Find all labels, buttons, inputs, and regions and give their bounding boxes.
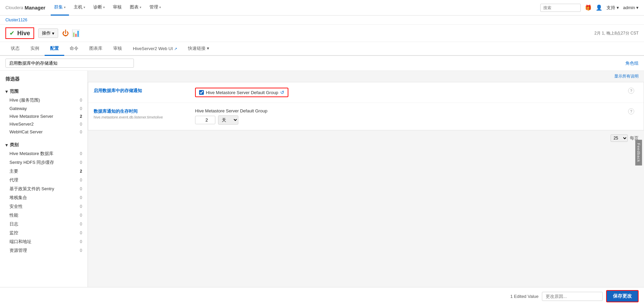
tab-config[interactable]: 配置 <box>45 42 64 56</box>
sidebar-item-monitor[interactable]: 监控 0 <box>0 228 88 237</box>
power-icon[interactable]: ⏻ <box>62 29 69 37</box>
config-label-ttl[interactable]: 数据库通知的生存时间 <box>94 108 188 114</box>
config-label-col-1: 启用数据库中的存储通知 <box>94 88 188 94</box>
config-label-enable[interactable]: 启用数据库中的存储通知 <box>94 88 188 94</box>
sidebar-item-sentry-policy-count: 0 <box>80 187 82 191</box>
nav-manage[interactable]: 管理 ▾ <box>146 0 164 16</box>
quick-links-arrow: ▾ <box>207 46 209 51</box>
checkbox-group-label: Hive Metastore Server Default Group <box>206 90 278 95</box>
ttl-number-row: 天 小时 分钟 秒 毫秒 <box>195 115 621 125</box>
sidebar-item-log-count: 0 <box>80 222 82 226</box>
sidebar-item-hiveserver2[interactable]: HiveServer2 0 <box>0 120 88 128</box>
sidebar-item-hiveserver2-count: 0 <box>80 122 82 127</box>
nav-clusters-arrow: ▾ <box>64 5 66 9</box>
sidebar-item-webhcat[interactable]: WebHCat Server 0 <box>0 128 88 136</box>
tab-status[interactable]: 状态 <box>5 42 25 56</box>
ttl-group-label: Hive Metastore Server Default Group <box>195 108 621 113</box>
nav-diagnostic-label: 诊断 <box>93 4 102 10</box>
sidebar-item-resource[interactable]: 资源管理 0 <box>0 246 88 255</box>
sidebar-item-sentry-policy[interactable]: 基于政策文件的 Sentry 0 <box>0 184 88 193</box>
user-icon[interactable]: 👤 <box>596 4 602 11</box>
action-button-label: 操作 <box>42 30 51 36</box>
gift-icon[interactable]: 🎁 <box>585 4 592 11</box>
action-button[interactable]: 操作 ▾ <box>38 28 58 38</box>
sidebar-section-scope-label: 范围 <box>10 88 19 94</box>
breadcrumb-cluster-link[interactable]: Cluster1126 <box>5 18 27 22</box>
action-button-arrow: ▾ <box>52 31 54 36</box>
sidebar-item-stack-label: 堆栈集合 <box>9 195 27 201</box>
nav-audit[interactable]: 审核 <box>110 0 125 16</box>
sidebar-item-main[interactable]: 主要 2 <box>0 167 88 176</box>
sidebar-section-scope[interactable]: ▾ 范围 <box>0 86 88 96</box>
sidebar-item-performance-count: 0 <box>80 213 82 218</box>
config-help-col-2: ? <box>628 108 638 114</box>
sidebar-item-hive-meta-db[interactable]: Hive Metastore 数据库 0 <box>0 149 88 158</box>
help-icon-2[interactable]: ? <box>628 108 634 114</box>
config-input-col-2: Hive Metastore Server Default Group 天 小时… <box>195 108 621 125</box>
logo: Cloudera Manager <box>5 5 45 10</box>
nav-diagnostic[interactable]: 诊断 ▾ <box>90 0 108 16</box>
tab-chart-library[interactable]: 图表库 <box>84 42 108 56</box>
feedback-tab[interactable]: Feedback <box>635 139 642 165</box>
service-tabs: 状态 实例 配置 命令 图表库 审核 HiveServer2 Web UI ↗ … <box>0 42 644 56</box>
sidebar-item-proxy-count: 0 <box>80 178 82 182</box>
nav-clusters[interactable]: 群集 ▾ <box>51 0 69 16</box>
service-timestamp: 2月 1, 晚上8点27分 CST <box>594 30 639 36</box>
tab-quick-links[interactable]: 快速链接 ▾ <box>183 42 215 56</box>
sidebar-item-log[interactable]: 日志 0 <box>0 220 88 228</box>
sidebar-item-gateway-label: Gateway <box>9 106 27 111</box>
help-icon-1[interactable]: ? <box>628 88 634 94</box>
reason-input[interactable] <box>542 292 603 301</box>
sidebar-item-monitor-count: 0 <box>80 231 82 235</box>
save-button[interactable]: 保存更改 <box>606 290 639 302</box>
sidebar-title: 筛选器 <box>0 76 88 86</box>
sidebar-section-category-arrow: ▾ <box>5 143 8 148</box>
config-label-col-2: 数据库通知的生存时间 hive.metastore.event.db.liste… <box>94 108 188 119</box>
config-help-col-1: ? <box>628 88 638 94</box>
enable-notification-checkbox[interactable] <box>199 90 204 95</box>
dashboard-icon[interactable]: 📊 <box>72 29 80 37</box>
sidebar-item-hive-metastore-server[interactable]: Hive Metastore Server 2 <box>0 112 88 120</box>
sidebar-item-ports-label: 端口和地址 <box>9 239 31 245</box>
sidebar-item-webhcat-label: WebHCat Server <box>9 129 43 134</box>
checkbox-wrapper: Hive Metastore Server Default Group ↺ <box>195 88 288 97</box>
sidebar-item-sentry-hdfs-count: 0 <box>80 160 82 165</box>
sidebar-item-gateway[interactable]: Gateway 0 <box>0 105 88 112</box>
nav-audit-label: 审核 <box>113 4 122 10</box>
per-page-select[interactable]: 10 25 50 100 <box>611 134 628 142</box>
sidebar-item-hive-meta-db-count: 0 <box>80 151 82 156</box>
top-navigation: Cloudera Manager 群集 ▾ 主机 ▾ 诊断 ▾ 审核 图表 ▾ … <box>0 0 644 16</box>
sidebar-section-category[interactable]: ▾ 类别 <box>0 139 88 149</box>
logo-manager: Manager <box>25 5 46 10</box>
sidebar-item-hiveserver2-label: HiveServer2 <box>9 122 34 127</box>
search-input[interactable] <box>540 4 581 12</box>
tab-commands[interactable]: 命令 <box>64 42 84 56</box>
nav-charts[interactable]: 图表 ▾ <box>126 0 145 16</box>
show-all-link[interactable]: 显示所有说明 <box>614 73 639 79</box>
role-group-link[interactable]: 角色组 <box>625 60 639 66</box>
sidebar-item-ports[interactable]: 端口和地址 0 <box>0 237 88 246</box>
edited-value-label: 1 Edited Value <box>510 294 539 299</box>
ttl-number-input[interactable] <box>195 116 215 124</box>
sidebar-item-performance[interactable]: 性能 0 <box>0 211 88 220</box>
reset-icon[interactable]: ↺ <box>280 90 284 95</box>
sidebar-item-stack[interactable]: 堆栈集合 0 <box>0 193 88 202</box>
sidebar: 筛选器 ▾ 范围 Hive (服务范围) 0 Gateway 0 Hive Me… <box>0 71 88 305</box>
sidebar-item-sentry-hdfs[interactable]: Sentry HDFS 同步缓存 0 <box>0 158 88 167</box>
service-status-icon: ✔ <box>9 29 15 37</box>
tab-hiveserver2-webui[interactable]: HiveServer2 Web UI ↗ <box>127 43 183 56</box>
nav-hosts[interactable]: 主机 ▾ <box>70 0 89 16</box>
config-search-input[interactable] <box>5 59 134 68</box>
admin-button[interactable]: admin ▾ <box>623 5 639 10</box>
content-area: 显示所有说明 启用数据库中的存储通知 Hive Metastore Server… <box>88 71 644 305</box>
sidebar-item-proxy[interactable]: 代理 0 <box>0 176 88 184</box>
external-link-icon: ↗ <box>174 47 177 51</box>
ttl-unit-select[interactable]: 天 小时 分钟 秒 毫秒 <box>218 115 238 125</box>
support-button[interactable]: 支持 ▾ <box>606 5 619 11</box>
config-row-ttl: 数据库通知的生存时间 hive.metastore.event.db.liste… <box>88 103 644 130</box>
sidebar-item-security[interactable]: 安全性 0 <box>0 202 88 211</box>
tab-audit[interactable]: 审核 <box>108 42 127 56</box>
sidebar-item-hive-meta-db-label: Hive Metastore 数据库 <box>9 151 53 157</box>
sidebar-item-hive-service[interactable]: Hive (服务范围) 0 <box>0 96 88 105</box>
tab-instances[interactable]: 实例 <box>25 42 45 56</box>
